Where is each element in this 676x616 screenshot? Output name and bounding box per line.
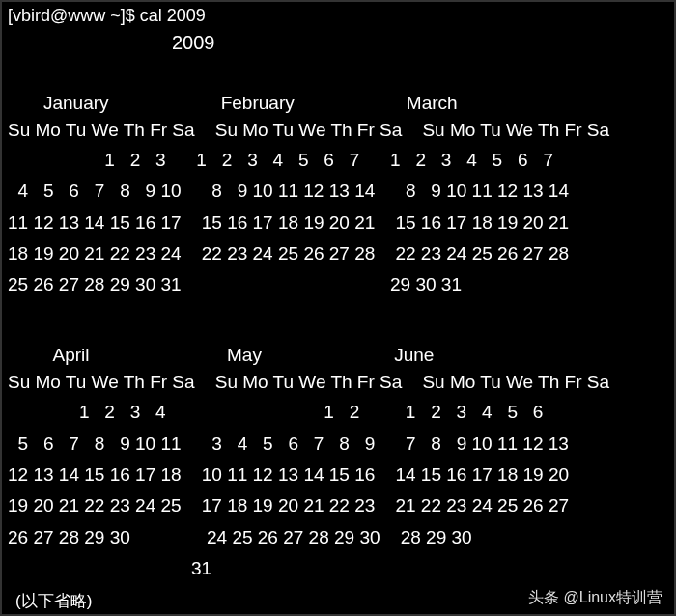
- truncated-note: (以下省略): [15, 590, 92, 612]
- week-line: 5 6 7 8 9 10 11 3 4 5 6 7 8 9 7 8 9 10 1…: [8, 429, 668, 460]
- weekday-header-row-2: Su Mo Tu We Th Fr Sa Su Mo Tu We Th Fr S…: [8, 372, 668, 393]
- week-line: 4 5 6 7 8 9 10 8 9 10 11 12 13 14 8 9 10…: [8, 176, 668, 207]
- month-labels: April May June: [8, 345, 434, 366]
- month-names-row-2: April May June: [8, 345, 668, 366]
- calendar-row-2: April May June Su Mo Tu We Th Fr Sa Su M…: [8, 345, 668, 584]
- week-line: 18 19 20 21 22 23 24 22 23 24 25 26 27 2…: [8, 238, 668, 269]
- week-line: 1 2 3 1 2 3 4 5 6 7 1 2 3 4 5 6 7: [8, 145, 668, 176]
- shell-command[interactable]: cal 2009: [140, 6, 206, 25]
- watermark-text: 头条 @Linux特训营: [528, 588, 662, 608]
- shell-prompt: [vbird@www ~]$: [8, 6, 135, 25]
- month-labels: January February March: [8, 93, 458, 114]
- weekday-header-row-1: Su Mo Tu We Th Fr Sa Su Mo Tu We Th Fr S…: [8, 120, 668, 141]
- calendar-row-1: January February March Su Mo Tu We Th Fr…: [8, 93, 668, 300]
- week-line: 12 13 14 15 16 17 18 10 11 12 13 14 15 1…: [8, 460, 668, 490]
- shell-prompt-line: [vbird@www ~]$ cal 2009: [8, 6, 668, 26]
- week-line: 25 26 27 28 29 30 31 29 30 31: [8, 269, 668, 300]
- month-names-row-1: January February March: [8, 93, 668, 114]
- calendar-year-title: 2009: [172, 32, 668, 54]
- week-line: 31: [8, 553, 668, 584]
- week-line: 19 20 21 22 23 24 25 17 18 19 20 21 22 2…: [8, 490, 668, 521]
- week-line: 1 2 3 4 1 2 1 2 3 4 5 6: [8, 397, 668, 428]
- week-line: 11 12 13 14 15 16 17 15 16 17 18 19 20 2…: [8, 208, 668, 238]
- week-line: 26 27 28 29 30 24 25 26 27 28 29 30 28 2…: [8, 522, 668, 553]
